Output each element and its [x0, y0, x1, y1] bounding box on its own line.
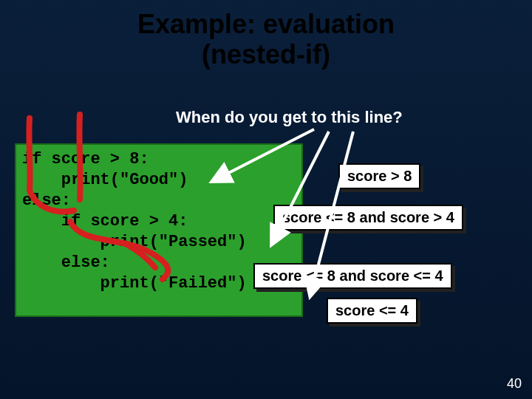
code-block: if score > 8: print("Good") else: if sco…	[15, 143, 303, 317]
slide-title: Example: evaluation (nested-if)	[0, 0, 532, 70]
condition-box-1: score > 8	[338, 163, 420, 189]
title-line-2: (nested-if)	[202, 39, 330, 69]
condition-box-3: score <= 8 and score <= 4	[253, 263, 452, 289]
question-text: When do you get to this line?	[176, 108, 403, 127]
title-line-1: Example: evaluation	[137, 9, 395, 39]
condition-box-4: score <= 4	[327, 298, 417, 324]
condition-box-2: score <= 8 and score > 4	[273, 205, 463, 231]
page-number: 40	[507, 376, 522, 392]
